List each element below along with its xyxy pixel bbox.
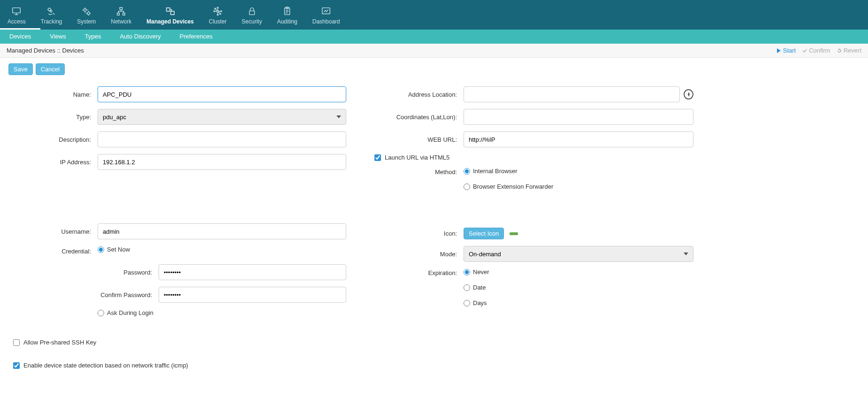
svg-rect-5 [117, 13, 120, 15]
credential-set-now-label: Set Now [107, 246, 130, 253]
svg-rect-8 [171, 11, 174, 15]
web-url-label: WEB URL: [374, 136, 464, 143]
subnav-auto-discovery[interactable]: Auto Discovery [110, 30, 170, 44]
topnav-access[interactable]: Access [0, 0, 33, 30]
method-forwarder-radio[interactable] [464, 184, 470, 190]
svg-rect-7 [166, 8, 169, 11]
left-column: Name: Type: pdu_apc Description: IP Addr… [8, 86, 346, 369]
satellite-icon [46, 6, 56, 16]
compass-button[interactable] [684, 89, 693, 99]
confirm-action[interactable]: Confirm [802, 47, 830, 54]
breadcrumb: Managed Devices :: Devices [7, 47, 84, 54]
type-select[interactable]: pdu_apc [98, 109, 346, 125]
topnav-managed-devices[interactable]: Managed Devices [139, 0, 201, 30]
lock-icon [247, 6, 257, 16]
mode-select[interactable]: On-demand [464, 246, 693, 262]
topnav-network-label: Network [111, 18, 131, 25]
mode-label: Mode: [374, 251, 464, 258]
breadcrumb-row: Managed Devices :: Devices Start Confirm… [0, 44, 868, 58]
topnav-security-label: Security [242, 18, 262, 25]
topnav-auditing[interactable]: Auditing [269, 0, 305, 30]
save-button[interactable]: Save [8, 63, 33, 75]
ip-label: IP Address: [8, 159, 98, 166]
method-internal-label: Internal Browser [473, 168, 518, 175]
allow-ssh-checkbox[interactable] [13, 339, 20, 346]
svg-point-11 [217, 14, 219, 15]
type-label: Type: [8, 114, 98, 121]
gears-icon [81, 6, 91, 16]
password-label: Password: [8, 269, 159, 276]
allow-ssh-label: Allow Pre-shared SSH Key [23, 339, 96, 346]
topnav-tracking[interactable]: Tracking [33, 0, 70, 30]
topnav-system[interactable]: System [69, 0, 103, 30]
compass-icon [686, 92, 692, 97]
credential-label: Credential: [8, 246, 98, 255]
launch-html5-label: Launch URL via HTML5 [385, 154, 449, 161]
start-action[interactable]: Start [777, 47, 796, 54]
expiration-days-label: Days [473, 299, 487, 306]
password-input[interactable] [159, 264, 346, 280]
check-icon [802, 48, 807, 53]
svg-point-1 [51, 10, 53, 12]
svg-point-9 [217, 10, 219, 12]
topnav-cluster-label: Cluster [209, 18, 227, 25]
description-label: Description: [8, 136, 98, 143]
web-url-input[interactable] [464, 131, 693, 147]
svg-point-10 [217, 7, 219, 8]
enable-icmp-label: Enable device state detection based on n… [23, 362, 188, 369]
method-forwarder-label: Browser Extension Forwarder [473, 183, 553, 190]
svg-point-13 [221, 10, 222, 12]
topnav-network[interactable]: Network [103, 0, 139, 30]
coords-label: Coordinates (Lat,Lon): [374, 114, 464, 121]
topnav-cluster[interactable]: Cluster [201, 0, 234, 30]
topnav-auditing-label: Auditing [277, 18, 297, 25]
launch-html5-checkbox[interactable] [374, 154, 381, 161]
revert-action[interactable]: Revert [837, 47, 861, 54]
select-icon-button[interactable]: Select Icon [464, 228, 504, 239]
svg-rect-4 [120, 7, 123, 9]
credential-ask-radio[interactable] [98, 310, 104, 316]
ip-input[interactable] [98, 154, 346, 170]
topnav-managed-devices-label: Managed Devices [146, 18, 194, 25]
username-input[interactable] [98, 223, 346, 239]
address-location-label: Address Location: [374, 91, 464, 98]
expiration-never-radio[interactable] [464, 269, 470, 275]
expiration-days-radio[interactable] [464, 300, 470, 306]
topnav-dashboard-label: Dashboard [312, 18, 340, 25]
method-internal-radio[interactable] [464, 168, 470, 175]
content-area: Save Cancel Name: Type: pdu_apc Descript… [0, 58, 868, 388]
address-location-input[interactable] [464, 86, 680, 102]
confirm-label: Confirm [809, 47, 830, 54]
method-label: Method: [374, 168, 464, 176]
username-label: Username: [8, 228, 98, 235]
subnav-types[interactable]: Types [76, 30, 111, 44]
subnav-preferences[interactable]: Preferences [170, 30, 222, 44]
svg-rect-6 [123, 13, 125, 15]
icon-preview [509, 231, 519, 237]
enable-icmp-checkbox[interactable] [13, 362, 20, 369]
cancel-button[interactable]: Cancel [36, 63, 65, 75]
top-nav: Access Tracking System Network Managed D… [0, 0, 868, 30]
form-columns: Name: Type: pdu_apc Description: IP Addr… [8, 86, 860, 369]
expiration-date-radio[interactable] [464, 284, 470, 291]
confirm-password-label: Confirm Password: [8, 291, 159, 298]
credential-ask-label: Ask During Login [107, 309, 153, 316]
coords-input[interactable] [464, 109, 693, 125]
topnav-tracking-label: Tracking [41, 18, 62, 25]
description-input[interactable] [98, 131, 346, 147]
svg-point-2 [84, 8, 87, 11]
topnav-dashboard[interactable]: Dashboard [305, 0, 348, 30]
expiration-label: Expiration: [374, 268, 464, 276]
hierarchy-icon [116, 6, 126, 16]
revert-label: Revert [844, 47, 861, 54]
expiration-date-label: Date [473, 284, 486, 291]
credential-set-now-radio[interactable] [98, 246, 104, 253]
button-row: Save Cancel [8, 63, 860, 75]
chart-icon [321, 6, 331, 16]
monitor-icon [11, 6, 22, 16]
topnav-security[interactable]: Security [234, 0, 269, 30]
subnav-views[interactable]: Views [40, 30, 75, 44]
confirm-password-input[interactable] [159, 287, 346, 303]
name-input[interactable] [98, 86, 346, 102]
subnav-devices[interactable]: Devices [0, 30, 40, 44]
